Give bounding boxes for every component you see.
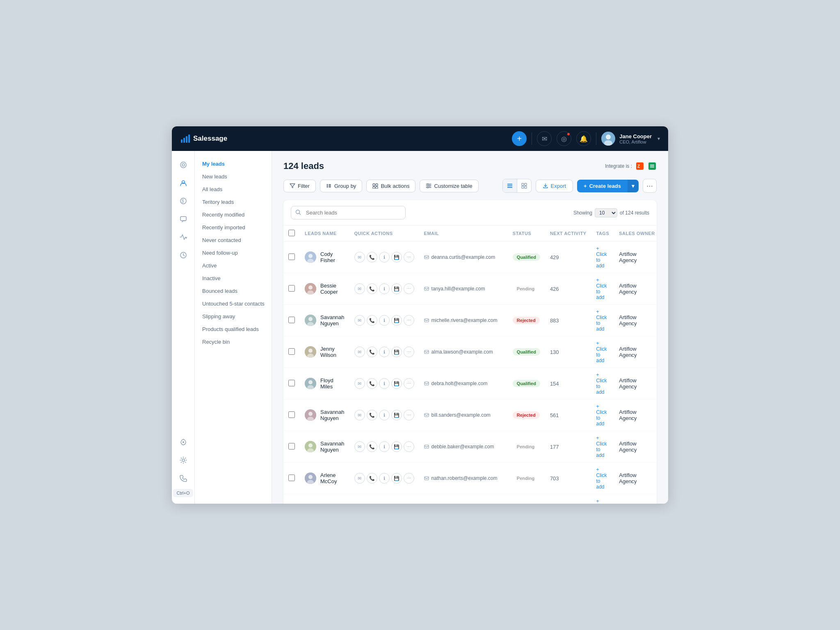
add-button[interactable]: + — [512, 131, 527, 146]
location-button[interactable]: ◎ — [557, 131, 571, 146]
row-checkbox[interactable] — [288, 411, 295, 418]
sidebar-item-products-qualified[interactable]: Products qualified leads — [195, 323, 272, 336]
lead-email[interactable]: debbie.baker@example.com — [431, 444, 494, 450]
qa-save-btn[interactable]: 💾 — [391, 347, 402, 357]
qa-save-btn[interactable]: 💾 — [391, 283, 402, 294]
tags-cell[interactable]: + Click to add — [591, 463, 614, 494]
qa-more-btn[interactable]: ⋯ — [404, 252, 414, 262]
more-options-button[interactable]: ⋯ — [643, 179, 657, 193]
qa-save-btn[interactable]: 💾 — [391, 252, 402, 262]
lead-email[interactable]: tanya.hill@example.com — [431, 286, 485, 292]
row-checkbox[interactable] — [288, 253, 295, 260]
user-menu[interactable]: Jane Cooper CEO, Artiflow ▾ — [601, 132, 660, 146]
sidebar-item-recycle-bin[interactable]: Recycle bin — [195, 336, 272, 348]
qa-more-btn[interactable]: ⋯ — [404, 283, 414, 294]
create-leads-dropdown[interactable]: ▾ — [628, 180, 639, 192]
lead-email[interactable]: bill.sanders@example.com — [431, 412, 491, 418]
create-leads-main[interactable]: + Create leads — [577, 180, 628, 192]
qa-more-btn[interactable]: ⋯ — [404, 347, 414, 357]
qa-save-btn[interactable]: 💾 — [391, 315, 402, 326]
status-badge[interactable]: Rejected — [513, 411, 540, 419]
filter-button[interactable]: Filter — [283, 180, 316, 192]
qa-save-btn[interactable]: 💾 — [391, 441, 402, 452]
qa-call-btn[interactable]: 📞 — [367, 410, 377, 420]
group-by-button[interactable]: Group by — [320, 180, 362, 192]
sidebar-icon-messages[interactable] — [176, 212, 191, 226]
sidebar-item-recently-imported[interactable]: Recently imported — [195, 221, 272, 234]
qa-call-btn[interactable]: 📞 — [367, 283, 377, 294]
qa-call-btn[interactable]: 📞 — [367, 252, 377, 262]
lead-name[interactable]: Arlene McCoy — [320, 472, 345, 484]
lead-name[interactable]: Savannah Nguyen — [320, 314, 345, 326]
qa-save-btn[interactable]: 💾 — [391, 410, 402, 420]
qa-message-btn[interactable]: ✉ — [354, 283, 365, 294]
lead-email[interactable]: alma.lawson@example.com — [431, 349, 493, 355]
qa-info-btn[interactable]: ℹ — [379, 378, 390, 389]
qa-info-btn[interactable]: ℹ — [379, 441, 390, 452]
sidebar-item-untouched[interactable]: Untouched 5-star contacts — [195, 297, 272, 310]
status-badge[interactable]: Qualified — [513, 348, 540, 356]
sidebar-item-inactive[interactable]: Inactive — [195, 272, 272, 285]
status-badge[interactable]: Pending — [513, 285, 539, 292]
status-badge[interactable]: Pending — [513, 443, 539, 450]
qa-info-btn[interactable]: ℹ — [379, 315, 390, 326]
qa-save-btn[interactable]: 💾 — [391, 378, 402, 389]
qa-message-btn[interactable]: ✉ — [354, 410, 365, 420]
qa-more-btn[interactable]: ⋯ — [404, 473, 414, 484]
lead-name[interactable]: Savannah Nguyen — [320, 409, 345, 421]
sidebar-icon-calls[interactable] — [176, 471, 191, 486]
tags-cell[interactable]: + Click to add — [591, 336, 614, 368]
sidebar-item-bounced-leads[interactable]: Bounced leads — [195, 285, 272, 297]
zapier-icon[interactable]: Z — [635, 162, 644, 171]
status-badge[interactable]: Pending — [513, 475, 539, 482]
search-input[interactable] — [291, 206, 406, 219]
select-all-checkbox[interactable] — [288, 230, 295, 236]
sidebar-icon-settings[interactable] — [176, 453, 191, 468]
qa-info-btn[interactable]: ℹ — [379, 252, 390, 262]
qa-more-btn[interactable]: ⋯ — [404, 410, 414, 420]
qa-more-btn[interactable]: ⋯ — [404, 315, 414, 326]
sidebar-item-never-contacted[interactable]: Never contacted — [195, 234, 272, 247]
qa-call-btn[interactable]: 📞 — [367, 473, 377, 484]
sidebar-item-active[interactable]: Active — [195, 259, 272, 272]
row-checkbox[interactable] — [288, 317, 295, 323]
qa-save-btn[interactable]: 💾 — [391, 473, 402, 484]
grid-view-button[interactable] — [517, 179, 531, 192]
export-button[interactable]: Export — [536, 180, 573, 192]
lead-name[interactable]: Jenny Wilson — [320, 346, 345, 358]
row-checkbox[interactable] — [288, 443, 295, 450]
qa-call-btn[interactable]: 📞 — [367, 441, 377, 452]
notifications-button[interactable]: 🔔 — [576, 131, 591, 146]
sidebar-item-recently-modified[interactable]: Recently modified — [195, 208, 272, 221]
qa-message-btn[interactable]: ✉ — [354, 441, 365, 452]
showing-select[interactable]: 10 25 50 100 — [595, 208, 617, 217]
customize-table-button[interactable]: Customize table — [420, 180, 478, 192]
tags-cell[interactable]: + Click to add — [591, 305, 614, 336]
qa-info-btn[interactable]: ℹ — [379, 473, 390, 484]
sidebar-icon-deals[interactable]: $ — [176, 194, 191, 208]
tags-cell[interactable]: + Click to add — [591, 494, 614, 504]
status-badge[interactable]: Qualified — [513, 380, 540, 387]
lead-name[interactable]: Bessie Cooper — [320, 283, 345, 295]
list-view-button[interactable] — [503, 179, 517, 192]
tags-cell[interactable]: + Click to add — [591, 368, 614, 399]
sidebar-icon-launch[interactable] — [176, 435, 191, 450]
row-checkbox[interactable] — [288, 285, 295, 292]
tags-cell[interactable]: + Click to add — [591, 242, 614, 273]
status-badge[interactable]: Qualified — [513, 253, 540, 261]
sidebar-item-need-follow-up[interactable]: Need follow-up — [195, 247, 272, 259]
sidebar-icon-overview[interactable] — [176, 158, 191, 172]
tags-cell[interactable]: + Click to add — [591, 273, 614, 305]
row-checkbox[interactable] — [288, 348, 295, 355]
ctrl-badge[interactable]: Ctrl+O — [173, 489, 193, 497]
row-checkbox[interactable] — [288, 475, 295, 481]
sidebar-icon-activity[interactable] — [176, 230, 191, 244]
qa-more-btn[interactable]: ⋯ — [404, 441, 414, 452]
qa-call-btn[interactable]: 📞 — [367, 347, 377, 357]
row-checkbox[interactable] — [288, 380, 295, 386]
qa-info-btn[interactable]: ℹ — [379, 347, 390, 357]
sheets-icon[interactable] — [648, 162, 657, 171]
lead-email[interactable]: deanna.curtis@example.com — [431, 254, 495, 260]
qa-message-btn[interactable]: ✉ — [354, 315, 365, 326]
bulk-actions-button[interactable]: Bulk actions — [366, 180, 415, 192]
